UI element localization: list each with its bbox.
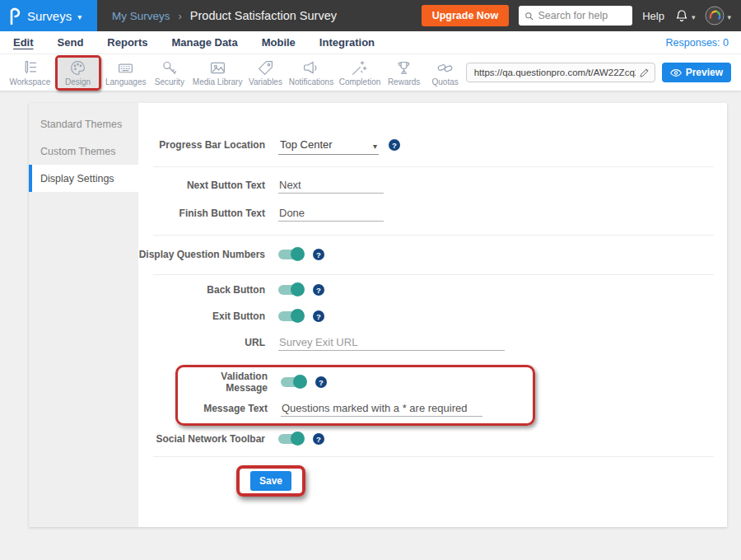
help-icon[interactable] [313, 433, 324, 445]
product-switcher[interactable]: Surveys [0, 0, 97, 31]
breadcrumb: My Surveys Product Satisfaction Survey [112, 8, 337, 23]
responses-count[interactable]: Responses: 0 [666, 37, 729, 49]
completion-wand-icon [351, 59, 368, 77]
toolbar-item-notifications[interactable]: Notifications [286, 58, 336, 88]
finish-button-text-input[interactable] [278, 205, 384, 222]
avatar [705, 6, 725, 26]
finish-button-text-label: Finish Button Text [138, 208, 265, 219]
section-divider [153, 274, 714, 275]
breadcrumb-my-surveys[interactable]: My Surveys [112, 10, 170, 22]
nav-item-integration[interactable]: Integration [319, 35, 375, 50]
languages-keyboard-icon [117, 59, 134, 77]
exit-url-input[interactable] [278, 334, 505, 351]
annotation-box-save: Save [236, 465, 305, 497]
sidebar-item-custom-themes[interactable]: Custom Themes [29, 138, 138, 165]
toolbar-item-security[interactable]: Security [149, 58, 190, 88]
toolbar-item-variables[interactable]: Variables [245, 58, 286, 88]
exit-button-label: Exit Button [138, 310, 265, 322]
validation-message-toggle[interactable] [281, 377, 305, 387]
validation-message-label: Validation Message [178, 371, 268, 394]
nav-item-reports[interactable]: Reports [106, 35, 148, 50]
help-icon[interactable] [315, 376, 327, 388]
edit-toolbar: Workspace Design Languages Security Medi… [0, 54, 741, 91]
exit-url-row: URL [138, 329, 727, 356]
nav-item-edit[interactable]: Edit [12, 35, 35, 50]
breadcrumb-separator-icon [179, 8, 182, 23]
design-palette-icon [69, 59, 86, 77]
search-input[interactable] [538, 10, 627, 21]
nav-item-mobile[interactable]: Mobile [261, 35, 296, 50]
survey-url-text: https://qa.questionpro.com/t/AW22Zcq2J [474, 68, 636, 77]
toolbar-item-design[interactable]: Design [58, 58, 99, 88]
bell-icon [674, 8, 689, 23]
toolbar-item-rewards[interactable]: Rewards [384, 58, 425, 88]
help-icon[interactable] [313, 249, 324, 260]
search-icon [524, 11, 534, 21]
chevron-down-icon [373, 138, 377, 152]
message-text-input[interactable] [281, 400, 482, 417]
help-icon[interactable] [389, 139, 400, 151]
toolbar-item-quotas[interactable]: Quotas [425, 58, 466, 88]
display-question-numbers-label: Display Question Numbers [138, 249, 265, 260]
exit-button-row: Exit Button [138, 303, 727, 329]
questionpro-logo-icon [8, 7, 21, 25]
nav-item-send[interactable]: Send [57, 35, 85, 50]
progress-bar-location-label: Progress Bar Location [138, 139, 265, 151]
next-button-text-row: Next Button Text [138, 171, 727, 199]
toolbar-item-completion[interactable]: Completion [336, 58, 383, 88]
preview-button[interactable]: Preview [662, 63, 731, 82]
help-link[interactable]: Help [642, 10, 664, 22]
chevron-down-icon [727, 8, 731, 23]
help-icon[interactable] [313, 284, 324, 296]
toolbar-item-workspace[interactable]: Workspace [7, 58, 54, 88]
notifications-megaphone-icon [302, 59, 319, 77]
notifications-menu[interactable] [674, 8, 696, 23]
message-text-row: Message Text [178, 395, 533, 422]
next-button-text-input[interactable] [278, 177, 384, 194]
save-button[interactable]: Save [250, 471, 291, 491]
back-button-row: Back Button [138, 277, 727, 303]
rewards-trophy-icon [395, 59, 412, 77]
social-network-toolbar-row: Social Network Toolbar [138, 426, 727, 452]
exit-url-label: URL [138, 337, 265, 348]
security-key-icon [161, 59, 178, 77]
progress-bar-location-select[interactable]: Top Center [278, 136, 379, 155]
section-divider [153, 235, 714, 236]
variables-tag-icon [257, 59, 274, 77]
eye-icon [670, 68, 682, 77]
edit-url-pencil-icon[interactable] [639, 68, 650, 78]
chevron-down-icon [692, 8, 696, 23]
help-icon[interactable] [313, 310, 324, 322]
message-text-label: Message Text [178, 403, 268, 414]
design-settings-panel: Standard Themes Custom Themes Display Se… [29, 103, 727, 527]
annotation-box-validation: Validation Message Message Text [175, 365, 535, 426]
toolbar-item-media-library[interactable]: Media Library [190, 58, 245, 88]
back-button-label: Back Button [138, 284, 265, 296]
survey-nav: Edit Send Reports Manage Data Mobile Int… [0, 31, 741, 54]
toolbar-item-languages[interactable]: Languages [103, 58, 149, 88]
sidebar-item-standard-themes[interactable]: Standard Themes [29, 110, 138, 138]
app-name: Surveys [27, 9, 72, 23]
next-button-text-label: Next Button Text [138, 180, 265, 191]
progress-bar-location-row: Progress Bar Location Top Center [138, 131, 727, 159]
display-question-numbers-toggle[interactable] [278, 250, 303, 259]
sidebar-item-display-settings[interactable]: Display Settings [29, 165, 138, 192]
save-row: Save [138, 465, 727, 497]
display-settings-form: Progress Bar Location Top Center Next Bu… [138, 103, 727, 527]
page-title: Product Satisfaction Survey [190, 9, 337, 22]
design-sidebar: Standard Themes Custom Themes Display Se… [29, 103, 138, 527]
social-network-toolbar-toggle[interactable] [278, 434, 303, 444]
media-library-image-icon [209, 59, 226, 77]
help-search[interactable] [519, 6, 632, 26]
exit-button-toggle[interactable] [278, 311, 303, 321]
section-divider [153, 166, 714, 167]
account-menu[interactable] [705, 6, 731, 26]
back-button-toggle[interactable] [278, 285, 303, 295]
section-divider [153, 456, 714, 457]
quotas-link-icon [436, 59, 454, 77]
display-question-numbers-row: Display Question Numbers [138, 240, 727, 268]
survey-url-field[interactable]: https://qa.questionpro.com/t/AW22Zcq2J [466, 63, 655, 82]
nav-item-manage-data[interactable]: Manage Data [170, 35, 238, 50]
social-network-toolbar-label: Social Network Toolbar [138, 433, 265, 445]
upgrade-now-button[interactable]: Upgrade Now [422, 5, 510, 26]
